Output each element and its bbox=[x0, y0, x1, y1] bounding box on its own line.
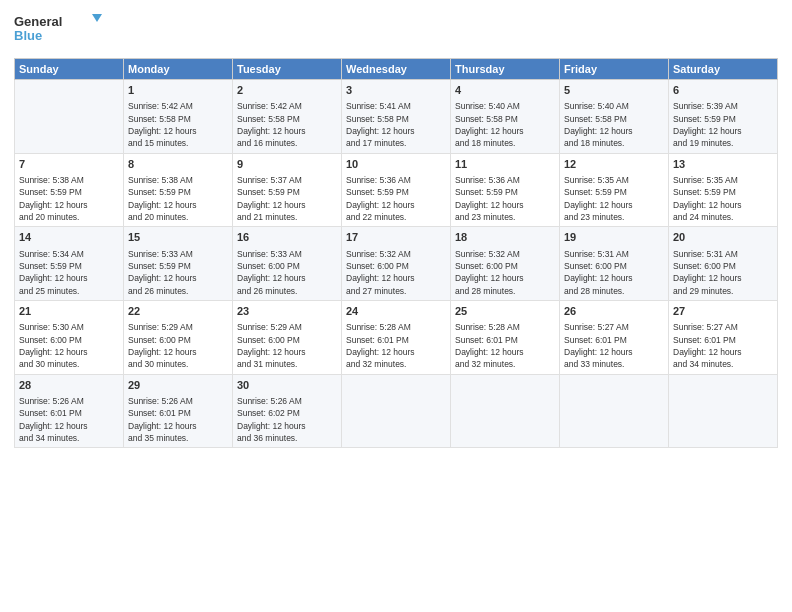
day-cell bbox=[15, 80, 124, 154]
day-cell: 7Sunrise: 5:38 AM Sunset: 5:59 PM Daylig… bbox=[15, 153, 124, 227]
day-number: 21 bbox=[19, 304, 119, 319]
day-cell: 22Sunrise: 5:29 AM Sunset: 6:00 PM Dayli… bbox=[124, 300, 233, 374]
day-number: 12 bbox=[564, 157, 664, 172]
day-info: Sunrise: 5:34 AM Sunset: 5:59 PM Dayligh… bbox=[19, 248, 119, 297]
col-header-monday: Monday bbox=[124, 59, 233, 80]
day-number: 10 bbox=[346, 157, 446, 172]
header-row: SundayMondayTuesdayWednesdayThursdayFrid… bbox=[15, 59, 778, 80]
day-cell: 25Sunrise: 5:28 AM Sunset: 6:01 PM Dayli… bbox=[451, 300, 560, 374]
day-info: Sunrise: 5:28 AM Sunset: 6:01 PM Dayligh… bbox=[346, 321, 446, 370]
day-info: Sunrise: 5:35 AM Sunset: 5:59 PM Dayligh… bbox=[673, 174, 773, 223]
day-cell: 30Sunrise: 5:26 AM Sunset: 6:02 PM Dayli… bbox=[233, 374, 342, 448]
day-info: Sunrise: 5:27 AM Sunset: 6:01 PM Dayligh… bbox=[564, 321, 664, 370]
day-info: Sunrise: 5:40 AM Sunset: 5:58 PM Dayligh… bbox=[455, 100, 555, 149]
day-cell: 12Sunrise: 5:35 AM Sunset: 5:59 PM Dayli… bbox=[560, 153, 669, 227]
day-cell bbox=[342, 374, 451, 448]
day-info: Sunrise: 5:31 AM Sunset: 6:00 PM Dayligh… bbox=[673, 248, 773, 297]
week-row-3: 14Sunrise: 5:34 AM Sunset: 5:59 PM Dayli… bbox=[15, 227, 778, 301]
day-info: Sunrise: 5:28 AM Sunset: 6:01 PM Dayligh… bbox=[455, 321, 555, 370]
day-cell: 13Sunrise: 5:35 AM Sunset: 5:59 PM Dayli… bbox=[669, 153, 778, 227]
day-info: Sunrise: 5:38 AM Sunset: 5:59 PM Dayligh… bbox=[128, 174, 228, 223]
day-cell: 23Sunrise: 5:29 AM Sunset: 6:00 PM Dayli… bbox=[233, 300, 342, 374]
day-info: Sunrise: 5:29 AM Sunset: 6:00 PM Dayligh… bbox=[237, 321, 337, 370]
day-number: 19 bbox=[564, 230, 664, 245]
day-number: 26 bbox=[564, 304, 664, 319]
day-cell bbox=[560, 374, 669, 448]
day-number: 15 bbox=[128, 230, 228, 245]
week-row-5: 28Sunrise: 5:26 AM Sunset: 6:01 PM Dayli… bbox=[15, 374, 778, 448]
day-info: Sunrise: 5:32 AM Sunset: 6:00 PM Dayligh… bbox=[455, 248, 555, 297]
day-info: Sunrise: 5:30 AM Sunset: 6:00 PM Dayligh… bbox=[19, 321, 119, 370]
day-number: 2 bbox=[237, 83, 337, 98]
day-number: 16 bbox=[237, 230, 337, 245]
day-number: 14 bbox=[19, 230, 119, 245]
col-header-sunday: Sunday bbox=[15, 59, 124, 80]
day-number: 1 bbox=[128, 83, 228, 98]
day-info: Sunrise: 5:37 AM Sunset: 5:59 PM Dayligh… bbox=[237, 174, 337, 223]
day-info: Sunrise: 5:26 AM Sunset: 6:02 PM Dayligh… bbox=[237, 395, 337, 444]
day-info: Sunrise: 5:26 AM Sunset: 6:01 PM Dayligh… bbox=[19, 395, 119, 444]
day-cell: 10Sunrise: 5:36 AM Sunset: 5:59 PM Dayli… bbox=[342, 153, 451, 227]
day-number: 28 bbox=[19, 378, 119, 393]
day-cell: 29Sunrise: 5:26 AM Sunset: 6:01 PM Dayli… bbox=[124, 374, 233, 448]
day-cell: 4Sunrise: 5:40 AM Sunset: 5:58 PM Daylig… bbox=[451, 80, 560, 154]
svg-text:Blue: Blue bbox=[14, 28, 42, 43]
day-info: Sunrise: 5:32 AM Sunset: 6:00 PM Dayligh… bbox=[346, 248, 446, 297]
day-cell: 17Sunrise: 5:32 AM Sunset: 6:00 PM Dayli… bbox=[342, 227, 451, 301]
week-row-1: 1Sunrise: 5:42 AM Sunset: 5:58 PM Daylig… bbox=[15, 80, 778, 154]
calendar-table: SundayMondayTuesdayWednesdayThursdayFrid… bbox=[14, 58, 778, 448]
day-number: 30 bbox=[237, 378, 337, 393]
day-info: Sunrise: 5:35 AM Sunset: 5:59 PM Dayligh… bbox=[564, 174, 664, 223]
day-number: 22 bbox=[128, 304, 228, 319]
day-cell: 1Sunrise: 5:42 AM Sunset: 5:58 PM Daylig… bbox=[124, 80, 233, 154]
day-info: Sunrise: 5:36 AM Sunset: 5:59 PM Dayligh… bbox=[346, 174, 446, 223]
col-header-wednesday: Wednesday bbox=[342, 59, 451, 80]
header: General Blue bbox=[14, 10, 778, 50]
day-info: Sunrise: 5:38 AM Sunset: 5:59 PM Dayligh… bbox=[19, 174, 119, 223]
day-info: Sunrise: 5:36 AM Sunset: 5:59 PM Dayligh… bbox=[455, 174, 555, 223]
day-info: Sunrise: 5:27 AM Sunset: 6:01 PM Dayligh… bbox=[673, 321, 773, 370]
day-number: 18 bbox=[455, 230, 555, 245]
day-number: 25 bbox=[455, 304, 555, 319]
day-cell: 2Sunrise: 5:42 AM Sunset: 5:58 PM Daylig… bbox=[233, 80, 342, 154]
col-header-tuesday: Tuesday bbox=[233, 59, 342, 80]
svg-text:General: General bbox=[14, 14, 62, 29]
logo-svg: General Blue bbox=[14, 10, 104, 50]
day-cell: 11Sunrise: 5:36 AM Sunset: 5:59 PM Dayli… bbox=[451, 153, 560, 227]
day-cell: 24Sunrise: 5:28 AM Sunset: 6:01 PM Dayli… bbox=[342, 300, 451, 374]
day-cell bbox=[669, 374, 778, 448]
day-number: 7 bbox=[19, 157, 119, 172]
day-info: Sunrise: 5:33 AM Sunset: 6:00 PM Dayligh… bbox=[237, 248, 337, 297]
day-info: Sunrise: 5:26 AM Sunset: 6:01 PM Dayligh… bbox=[128, 395, 228, 444]
page: General Blue SundayMondayTuesdayWednesda… bbox=[0, 0, 792, 612]
day-number: 6 bbox=[673, 83, 773, 98]
day-info: Sunrise: 5:40 AM Sunset: 5:58 PM Dayligh… bbox=[564, 100, 664, 149]
day-cell: 19Sunrise: 5:31 AM Sunset: 6:00 PM Dayli… bbox=[560, 227, 669, 301]
day-number: 23 bbox=[237, 304, 337, 319]
week-row-4: 21Sunrise: 5:30 AM Sunset: 6:00 PM Dayli… bbox=[15, 300, 778, 374]
day-cell: 18Sunrise: 5:32 AM Sunset: 6:00 PM Dayli… bbox=[451, 227, 560, 301]
day-cell: 20Sunrise: 5:31 AM Sunset: 6:00 PM Dayli… bbox=[669, 227, 778, 301]
day-info: Sunrise: 5:29 AM Sunset: 6:00 PM Dayligh… bbox=[128, 321, 228, 370]
day-cell: 5Sunrise: 5:40 AM Sunset: 5:58 PM Daylig… bbox=[560, 80, 669, 154]
day-cell: 15Sunrise: 5:33 AM Sunset: 5:59 PM Dayli… bbox=[124, 227, 233, 301]
day-info: Sunrise: 5:31 AM Sunset: 6:00 PM Dayligh… bbox=[564, 248, 664, 297]
day-info: Sunrise: 5:41 AM Sunset: 5:58 PM Dayligh… bbox=[346, 100, 446, 149]
day-number: 27 bbox=[673, 304, 773, 319]
day-cell: 21Sunrise: 5:30 AM Sunset: 6:00 PM Dayli… bbox=[15, 300, 124, 374]
day-info: Sunrise: 5:33 AM Sunset: 5:59 PM Dayligh… bbox=[128, 248, 228, 297]
day-number: 11 bbox=[455, 157, 555, 172]
day-number: 29 bbox=[128, 378, 228, 393]
day-cell: 28Sunrise: 5:26 AM Sunset: 6:01 PM Dayli… bbox=[15, 374, 124, 448]
day-cell: 27Sunrise: 5:27 AM Sunset: 6:01 PM Dayli… bbox=[669, 300, 778, 374]
day-cell: 3Sunrise: 5:41 AM Sunset: 5:58 PM Daylig… bbox=[342, 80, 451, 154]
day-number: 8 bbox=[128, 157, 228, 172]
col-header-thursday: Thursday bbox=[451, 59, 560, 80]
col-header-friday: Friday bbox=[560, 59, 669, 80]
day-number: 13 bbox=[673, 157, 773, 172]
day-cell: 9Sunrise: 5:37 AM Sunset: 5:59 PM Daylig… bbox=[233, 153, 342, 227]
week-row-2: 7Sunrise: 5:38 AM Sunset: 5:59 PM Daylig… bbox=[15, 153, 778, 227]
day-number: 17 bbox=[346, 230, 446, 245]
day-cell bbox=[451, 374, 560, 448]
day-number: 3 bbox=[346, 83, 446, 98]
